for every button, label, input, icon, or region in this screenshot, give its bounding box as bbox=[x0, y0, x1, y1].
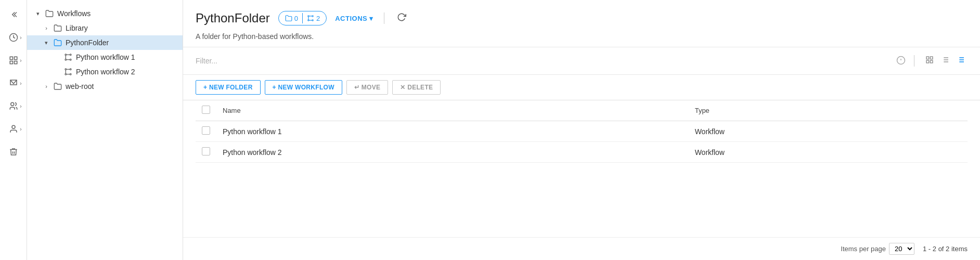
svg-rect-33 bbox=[926, 60, 929, 63]
sidebar-item-label: Python workflow 1 bbox=[76, 53, 178, 61]
messages-icon[interactable]: › bbox=[4, 74, 23, 93]
svg-point-7 bbox=[65, 54, 67, 56]
items-table: Name Type Python workflow 1 Workflow Pyt… bbox=[196, 100, 968, 163]
table-body: Python workflow 1 Workflow Python workfl… bbox=[196, 121, 968, 163]
folder-icon bbox=[53, 38, 62, 47]
subtitle: A folder for Python-based workflows. bbox=[196, 29, 968, 47]
svg-point-21 bbox=[308, 16, 309, 17]
filter-area bbox=[183, 47, 980, 75]
sidebar-item-pythonfolder[interactable]: ▾ PythonFolder bbox=[27, 35, 183, 50]
page-title: PythonFolder bbox=[196, 11, 270, 25]
folder-badge: 0 2 bbox=[278, 11, 327, 25]
trash-icon[interactable] bbox=[4, 142, 23, 161]
sidebar-item-label: Python workflow 2 bbox=[76, 68, 178, 76]
row-type: Workflow bbox=[689, 121, 968, 142]
move-button[interactable]: ↵ MOVE bbox=[346, 80, 388, 95]
name-column-header: Name bbox=[216, 100, 689, 121]
expand-pythonfolder-icon: ▾ bbox=[42, 38, 51, 47]
sidebar-item-workflows[interactable]: ▾ Workflows bbox=[27, 6, 183, 21]
items-per-page-label: Items per page bbox=[841, 245, 886, 253]
new-folder-button[interactable]: + NEW FOLDER bbox=[196, 80, 261, 95]
workflow-count: 2 bbox=[307, 15, 320, 22]
grid-view-button[interactable] bbox=[923, 54, 936, 68]
svg-point-6 bbox=[12, 125, 15, 128]
group-icon[interactable]: › bbox=[4, 97, 23, 115]
table-row: Python workflow 2 Workflow bbox=[196, 142, 968, 163]
workflow-icon bbox=[63, 53, 73, 62]
table-container: Name Type Python workflow 1 Workflow Pyt… bbox=[183, 100, 980, 237]
folder-count: 0 bbox=[285, 15, 298, 22]
svg-point-15 bbox=[70, 69, 71, 70]
delete-button[interactable]: ✕ DELETE bbox=[392, 80, 441, 95]
svg-point-17 bbox=[70, 73, 71, 75]
sidebar-item-label: PythonFolder bbox=[66, 38, 178, 47]
type-column-header: Type bbox=[689, 100, 968, 121]
sidebar-item-label: web-root bbox=[66, 82, 178, 90]
svg-rect-32 bbox=[930, 57, 933, 59]
folder-icon bbox=[53, 82, 62, 91]
info-icon[interactable] bbox=[896, 56, 906, 67]
expand-workflows-icon: ▾ bbox=[33, 9, 43, 18]
main-content: PythonFolder 0 2 ACTIONS ▾ A f bbox=[183, 0, 980, 260]
sidebar: ▾ Workflows › Library ▾ PythonFolder › P… bbox=[27, 0, 183, 260]
library-icon[interactable]: › bbox=[4, 51, 23, 70]
svg-point-5 bbox=[10, 102, 14, 106]
refresh-button[interactable] bbox=[395, 10, 408, 26]
row-type: Workflow bbox=[689, 142, 968, 163]
user-icon[interactable]: › bbox=[4, 120, 23, 138]
folder-icon bbox=[45, 9, 54, 18]
svg-rect-3 bbox=[10, 61, 12, 64]
sidebar-item-label: Workflows bbox=[57, 9, 178, 18]
filter-input[interactable] bbox=[196, 57, 890, 65]
toolbar: + NEW FOLDER + NEW WORKFLOW ↵ MOVE ✕ DEL… bbox=[183, 75, 980, 100]
table-footer: Items per page 20 1 - 2 of 2 items bbox=[183, 237, 980, 260]
sidebar-item-web-root[interactable]: › web-root bbox=[27, 79, 183, 94]
items-per-page-select[interactable]: 20 bbox=[889, 243, 914, 255]
table-row: Python workflow 1 Workflow bbox=[196, 121, 968, 142]
svg-rect-1 bbox=[10, 57, 12, 59]
svg-point-8 bbox=[70, 54, 71, 56]
header-separator bbox=[384, 12, 384, 24]
expand-library-icon: › bbox=[42, 23, 51, 33]
sidebar-item-label: Library bbox=[66, 24, 178, 32]
row-name: Python workflow 2 bbox=[216, 142, 689, 163]
sidebar-item-library[interactable]: › Library bbox=[27, 21, 183, 35]
select-all-checkbox[interactable] bbox=[202, 106, 210, 114]
svg-rect-31 bbox=[926, 57, 929, 59]
row-checkbox[interactable] bbox=[202, 126, 210, 135]
page-info: 1 - 2 of 2 items bbox=[923, 245, 968, 253]
detail-view-button[interactable] bbox=[954, 54, 968, 68]
row-select-cell[interactable] bbox=[196, 142, 216, 163]
items-per-page-control: Items per page 20 bbox=[841, 243, 914, 255]
svg-point-9 bbox=[65, 59, 67, 60]
svg-point-23 bbox=[308, 20, 309, 21]
sidebar-item-python-workflow-2[interactable]: › Python workflow 2 bbox=[27, 64, 183, 79]
svg-rect-2 bbox=[14, 57, 17, 59]
svg-point-14 bbox=[65, 69, 67, 70]
list-view-button[interactable] bbox=[938, 54, 952, 68]
svg-point-16 bbox=[65, 73, 67, 75]
select-all-header[interactable] bbox=[196, 100, 216, 121]
svg-point-10 bbox=[70, 59, 71, 60]
table-header-row: Name Type bbox=[196, 100, 968, 121]
content-header: PythonFolder 0 2 ACTIONS ▾ A f bbox=[183, 0, 980, 47]
row-checkbox[interactable] bbox=[202, 147, 210, 155]
chevron-down-icon: ▾ bbox=[369, 15, 373, 22]
new-workflow-button[interactable]: + NEW WORKFLOW bbox=[265, 80, 342, 95]
svg-rect-34 bbox=[930, 60, 933, 63]
row-name: Python workflow 1 bbox=[216, 121, 689, 142]
workflow-icon bbox=[63, 67, 73, 76]
icon-bar: › › › › › bbox=[0, 0, 27, 260]
filter-separator bbox=[914, 55, 914, 67]
actions-button[interactable]: ACTIONS ▾ bbox=[335, 15, 373, 22]
expand-webroot-icon: › bbox=[42, 82, 51, 91]
badge-divider bbox=[302, 13, 303, 23]
svg-rect-4 bbox=[14, 61, 17, 64]
view-controls bbox=[923, 54, 968, 68]
svg-point-24 bbox=[312, 20, 313, 21]
history-icon[interactable]: › bbox=[4, 28, 23, 47]
folder-icon bbox=[53, 23, 62, 33]
sidebar-item-python-workflow-1[interactable]: › Python workflow 1 bbox=[27, 50, 183, 64]
row-select-cell[interactable] bbox=[196, 121, 216, 142]
collapse-icon[interactable] bbox=[4, 5, 23, 24]
